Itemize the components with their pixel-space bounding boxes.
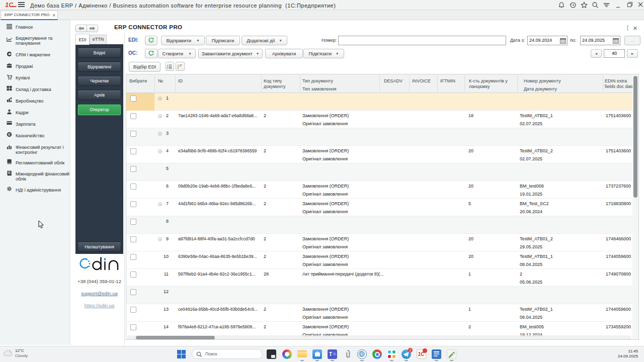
svg-text:Є: Є xyxy=(8,133,11,136)
svg-text:G: G xyxy=(8,171,11,174)
